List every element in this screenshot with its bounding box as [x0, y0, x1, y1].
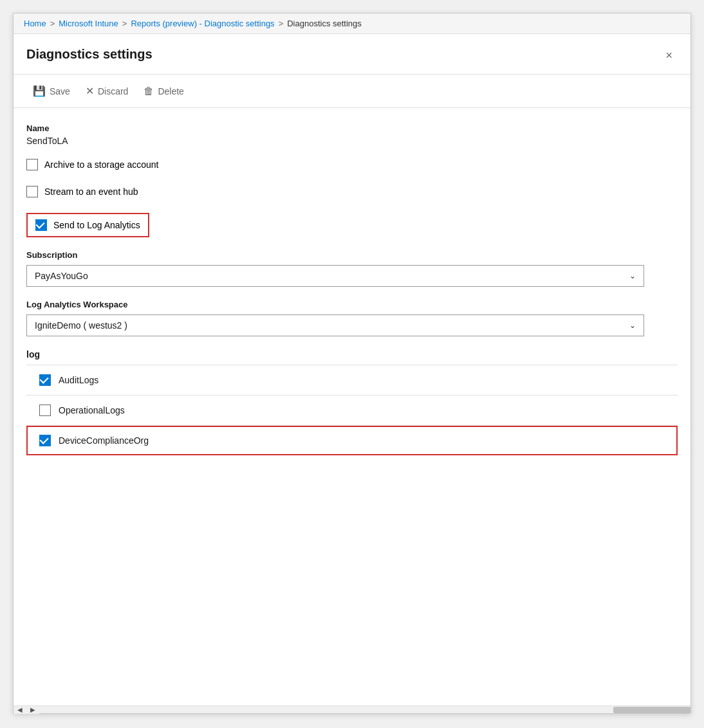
send-to-la-row[interactable]: Send to Log Analytics	[26, 213, 149, 237]
scrollbar-thumb[interactable]	[613, 707, 690, 713]
toolbar: 💾 Save ✕ Discard 🗑 Delete	[14, 75, 690, 108]
subscription-label: Subscription	[26, 250, 678, 260]
delete-button[interactable]: 🗑 Delete	[137, 82, 190, 101]
send-to-la-checkbox[interactable]	[35, 219, 47, 231]
breadcrumb-sep-3: >	[279, 19, 284, 28]
subscription-value: PayAsYouGo	[35, 271, 88, 281]
discard-button[interactable]: ✕ Discard	[79, 81, 134, 101]
stream-checkbox-container[interactable]: Stream to an event hub	[26, 186, 138, 197]
subscription-dropdown[interactable]: PayAsYouGo ⌄	[26, 265, 644, 287]
delete-label: Delete	[158, 86, 183, 96]
name-value: SendToLA	[26, 136, 678, 146]
stream-checkbox[interactable]	[26, 186, 38, 197]
log-item-devicecomplianceorg[interactable]: DeviceComplianceOrg	[26, 426, 678, 455]
breadcrumb-intune[interactable]: Microsoft Intune	[59, 19, 118, 28]
workspace-dropdown[interactable]: IgniteDemo ( westus2 ) ⌄	[26, 314, 644, 336]
log-section: log AuditLogs OperationalLogs DeviceComp…	[26, 349, 678, 455]
scroll-right-button[interactable]: ▶	[26, 706, 39, 714]
nav-arrows: ◀ ▶	[14, 706, 39, 714]
panel-header: Diagnostics settings ×	[14, 34, 690, 75]
name-field-group: Name SendToLA	[26, 123, 678, 146]
log-item-operationallogs[interactable]: OperationalLogs	[26, 396, 678, 426]
workspace-section: Log Analytics Workspace IgniteDemo ( wes…	[26, 300, 678, 336]
stream-label: Stream to an event hub	[44, 187, 138, 197]
chevron-down-icon-2: ⌄	[629, 321, 636, 330]
archive-checkbox-row: Archive to a storage account	[26, 159, 678, 170]
log-item-auditlogs[interactable]: AuditLogs	[26, 365, 678, 396]
log-section-title: log	[26, 349, 678, 365]
horizontal-scrollbar[interactable]: ◀ ▶	[14, 705, 690, 713]
archive-checkbox[interactable]	[26, 159, 38, 170]
content-area: Name SendToLA Archive to a storage accou…	[14, 108, 690, 705]
auditlogs-label: AuditLogs	[59, 375, 98, 385]
breadcrumb: Home > Microsoft Intune > Reports (previ…	[14, 14, 690, 34]
save-button[interactable]: 💾 Save	[26, 81, 77, 101]
save-icon: 💾	[33, 85, 46, 97]
breadcrumb-home[interactable]: Home	[24, 19, 46, 28]
breadcrumb-sep-1: >	[50, 19, 55, 28]
send-to-la-label: Send to Log Analytics	[53, 220, 140, 230]
diagnostics-settings-window: Home > Microsoft Intune > Reports (previ…	[13, 13, 691, 714]
archive-checkbox-container[interactable]: Archive to a storage account	[26, 159, 158, 170]
breadcrumb-sep-2: >	[122, 19, 127, 28]
auditlogs-checkbox[interactable]	[39, 374, 51, 386]
operationallogs-label: OperationalLogs	[59, 405, 125, 415]
save-label: Save	[50, 86, 70, 96]
subscription-section: Subscription PayAsYouGo ⌄	[26, 250, 678, 287]
delete-icon: 🗑	[144, 86, 154, 97]
devicecomplianceorg-checkbox[interactable]	[39, 435, 51, 446]
name-label: Name	[26, 123, 678, 133]
stream-checkbox-row: Stream to an event hub	[26, 186, 678, 197]
workspace-label: Log Analytics Workspace	[26, 300, 678, 309]
devicecomplianceorg-label: DeviceComplianceOrg	[59, 435, 149, 446]
discard-label: Discard	[98, 86, 128, 96]
close-button[interactable]: ×	[660, 47, 678, 64]
archive-label: Archive to a storage account	[44, 159, 158, 170]
scroll-left-button[interactable]: ◀	[14, 706, 26, 714]
chevron-down-icon: ⌄	[629, 271, 636, 280]
discard-icon: ✕	[86, 85, 94, 97]
page-title: Diagnostics settings	[26, 47, 153, 62]
breadcrumb-reports[interactable]: Reports (preview) - Diagnostic settings	[131, 19, 274, 28]
workspace-value: IgniteDemo ( westus2 )	[35, 320, 127, 331]
operationallogs-checkbox[interactable]	[39, 405, 51, 416]
breadcrumb-current: Diagnostics settings	[287, 19, 362, 28]
